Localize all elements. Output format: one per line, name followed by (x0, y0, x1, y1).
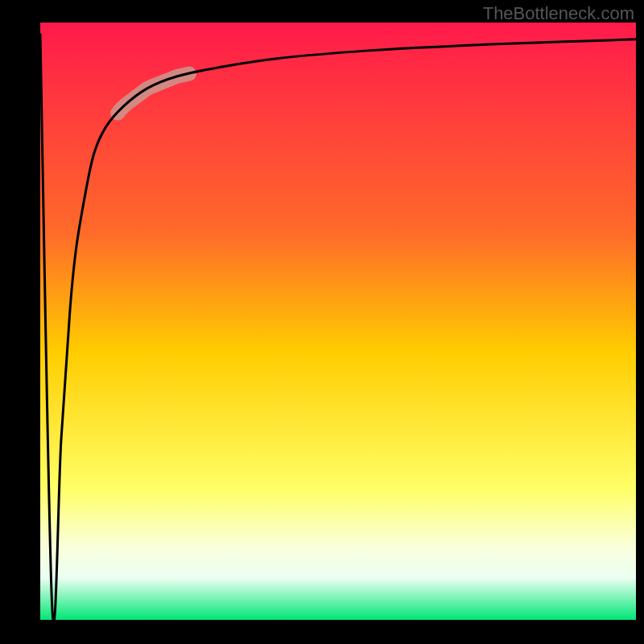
watermark-text: TheBottleneck.com (483, 3, 634, 24)
chart-container: TheBottleneck.com (0, 0, 644, 644)
chart-svg (0, 0, 644, 644)
plot-area (40, 23, 636, 620)
